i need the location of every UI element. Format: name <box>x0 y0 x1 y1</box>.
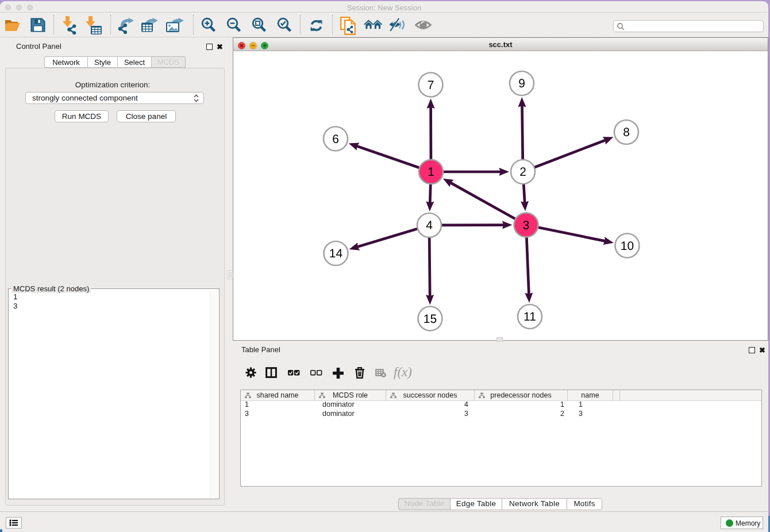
svg-text:6: 6 <box>332 133 339 146</box>
svg-text:10: 10 <box>621 240 634 253</box>
svg-text:11: 11 <box>523 310 536 323</box>
svg-text:7: 7 <box>428 79 434 92</box>
svg-text:2: 2 <box>519 165 526 179</box>
svg-text:9: 9 <box>518 77 525 90</box>
svg-text:15: 15 <box>424 313 437 326</box>
svg-text:14: 14 <box>329 247 343 260</box>
svg-text:1: 1 <box>428 165 434 179</box>
svg-text:3: 3 <box>523 219 530 232</box>
svg-text:4: 4 <box>426 219 433 232</box>
svg-text:8: 8 <box>623 126 630 139</box>
